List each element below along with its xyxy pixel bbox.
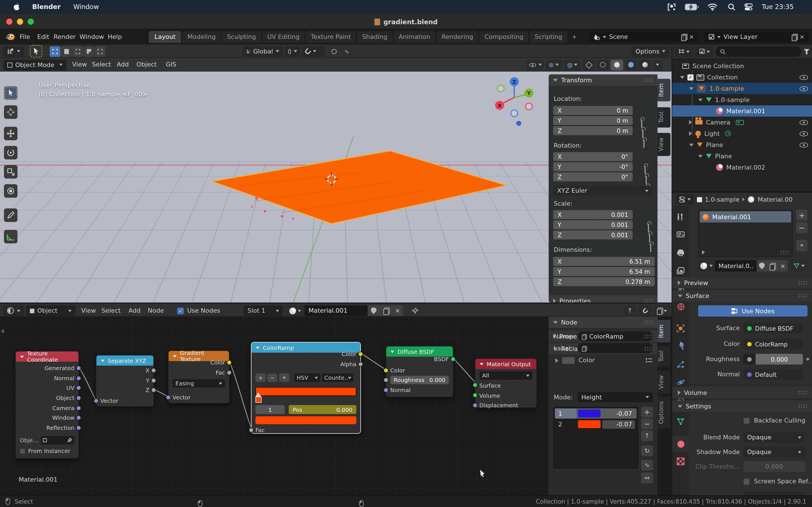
socket-z[interactable] [151,388,156,393]
tab-shading[interactable]: Shading [357,31,392,43]
collection-checkbox[interactable]: ✓ [688,74,694,80]
outliner-row-plane-object[interactable]: Plane [672,139,812,151]
view-layer-unlink-icon[interactable]: × [800,33,805,41]
visibility-eye-icon[interactable] [800,75,808,80]
apple-logo-icon[interactable] [12,3,20,11]
menu-render[interactable]: Render [54,33,75,41]
select-mode-paint-button[interactable] [95,46,105,57]
menubar-app-menu[interactable]: Blender [32,3,61,11]
material-name-field[interactable]: Material.0... [715,260,757,272]
clip-threshold-field[interactable]: 0.000 [743,461,805,472]
scale-x-field[interactable]: X0.001 [553,210,633,219]
scale-y-lock-icon[interactable] [649,234,650,242]
reclassify-move-button[interactable]: ↑ [641,431,653,441]
outliner-row-scene-collection[interactable]: Scene Collection [672,60,812,71]
tab-view-layer[interactable] [677,267,684,276]
object-picker-field[interactable] [40,436,74,445]
easing-dropdown[interactable]: Easing [172,379,225,388]
tool-rotate[interactable] [4,146,17,159]
reclassify-flip-button[interactable]: ↔ [641,473,653,483]
mode-dropdown[interactable]: Object Mode [3,59,66,70]
shading-wireframe-button[interactable] [597,59,609,70]
reclassify-curve-button[interactable]: ∿ [641,460,653,470]
add-material-slot-button[interactable]: + [796,210,808,221]
proportional-falloff-dropdown[interactable]: ∿ [341,46,353,57]
node-name-field[interactable]: ColorRamp [577,331,653,341]
shader-menu-node[interactable]: Node [148,307,164,314]
settings-panel-header[interactable]: Settings [672,400,812,412]
outliner-search-field[interactable] [716,46,801,57]
visibility-eye-icon[interactable] [800,86,808,91]
location-x-lock-icon[interactable] [641,119,642,128]
socket-roughness-in[interactable] [384,378,389,383]
socket-alpha-out[interactable] [358,362,363,367]
active-tool-button[interactable] [30,45,42,57]
backface-culling-checkbox[interactable] [743,417,750,424]
pivot-point-dropdown[interactable] [285,46,300,57]
scale-z-field[interactable]: Z0.001 [553,230,633,239]
material-specials-dropdown[interactable] [796,240,808,251]
node-color-swatch[interactable] [562,357,574,363]
dimensions-x-field[interactable]: X6.51 m [553,257,655,266]
tab-layout[interactable]: Layout [149,31,181,43]
tab-output[interactable] [677,249,684,258]
shader-tab-tool[interactable]: Tool [658,346,670,367]
shadow-mode-dropdown[interactable]: Opaque [743,447,805,457]
menubar-window-menu[interactable]: Window [73,3,99,11]
socket-volume-in[interactable] [472,393,477,398]
pin-icon[interactable] [412,307,418,314]
slot-dropdown[interactable]: Slot 1 [244,305,283,316]
copy-material-button[interactable] [767,260,778,272]
tool-annotate[interactable] [4,209,17,222]
tab-rendering[interactable]: Rendering [437,31,478,43]
reclassify-remove-button[interactable]: − [641,418,653,429]
socket-color-in[interactable] [384,368,389,373]
socket-window[interactable] [76,415,81,420]
remove-stop-button[interactable]: − [267,374,277,382]
tab-animation[interactable]: Animation [394,31,435,43]
viewport-menu-gis[interactable]: GIS [166,61,176,68]
add-stop-button[interactable]: + [255,374,266,382]
material-browse-dropdown[interactable] [698,260,715,272]
tool-measure[interactable] [4,230,17,243]
eyedropper-icon[interactable] [67,438,72,443]
view-layer-selector[interactable]: View Layer × [704,32,809,42]
socket-color-out[interactable] [227,360,232,365]
scene-unlink-icon[interactable]: × [689,33,694,41]
left-region-toggle-icon[interactable] [1,329,4,334]
color-value-field[interactable]: ColorRamp [743,339,803,349]
surface-value-field[interactable]: Diffuse BSDF [743,323,803,334]
row-color-swatch[interactable] [578,420,601,428]
control-center-icon[interactable] [744,3,753,11]
color-expand-icon[interactable] [555,358,558,362]
tab-texture-paint[interactable]: Texture Paint [306,31,356,43]
tab-tool[interactable] [677,213,684,223]
vp-sidebar-tab-tool[interactable]: Tool [658,107,670,128]
node-material-output[interactable]: Material Output All Surface Volume Displ… [475,358,537,408]
fake-user-button[interactable] [757,260,767,272]
slot-list-grip-icon[interactable] [780,250,789,255]
outliner-display-mode-button[interactable] [695,46,713,57]
socket-fac-in[interactable] [249,428,254,433]
socket-fac-out[interactable] [227,370,232,375]
blend-mode-dropdown[interactable]: Opaque [743,432,805,443]
dimensions-z-field[interactable]: Z0.278 m [553,277,655,286]
rotation-y-field[interactable]: Y-0° [553,162,633,171]
socket-object[interactable] [76,395,81,400]
options-dropdown[interactable]: Options [631,46,670,57]
menubar-clock[interactable]: Tue 23:35 [762,3,794,11]
socket-color-out[interactable] [358,351,363,356]
node-texture-coordinate[interactable]: Texture Coordinate Generated Normal UV O… [15,351,79,459]
socket-normal[interactable] [76,376,81,381]
mode-dropdown[interactable]: Height [577,392,653,402]
interpolation-dropdown[interactable]: Counte... [322,374,354,382]
menu-window[interactable]: Window [80,33,104,41]
normal-value-field[interactable]: Default [743,369,803,380]
socket-surface-in[interactable] [472,383,477,388]
outliner-row-collection[interactable]: ✓ Collection [672,71,812,83]
properties-collapsed-panel[interactable]: Properties [549,295,658,302]
tab-compositing[interactable]: Compositing [479,31,528,43]
colorramp-gradient-bar[interactable] [255,387,356,396]
tab-sculpting[interactable]: Sculpting [222,31,261,43]
shader-menu-view[interactable]: View [81,307,96,314]
